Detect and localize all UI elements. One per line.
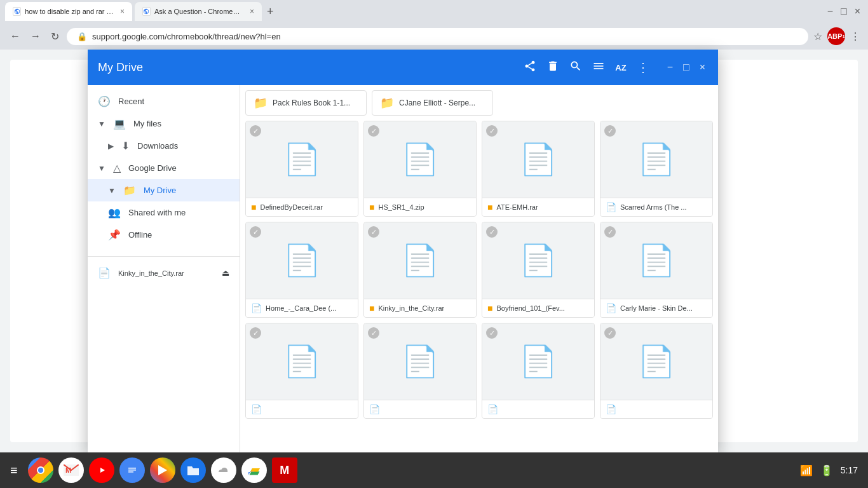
file-11-check: ✓ xyxy=(486,327,498,339)
file-9-icon: 📄 xyxy=(283,344,321,379)
more-options-button[interactable]: ⋮ xyxy=(634,57,652,78)
files-app[interactable] xyxy=(180,458,206,483)
search-button[interactable] xyxy=(567,57,585,78)
dialog-title: My Drive xyxy=(98,61,143,74)
file-11-icon: 📄 xyxy=(519,344,557,379)
back-button[interactable]: ← xyxy=(8,28,23,44)
dialog-maximize-button[interactable]: □ xyxy=(681,59,692,76)
expand-mydrive-icon: ▼ xyxy=(108,186,116,195)
window-maximize-button[interactable]: □ xyxy=(838,3,850,20)
drive-dialog: My Drive AZ xyxy=(88,50,718,452)
file-card-10[interactable]: ✓ 📄 📄 xyxy=(363,323,477,419)
file-card-4[interactable]: ✓ 📄 📄 Scarred Arms (The ... xyxy=(600,121,713,217)
sidebar-item-downloads[interactable]: ▶ ⬇ Downloads xyxy=(88,135,240,157)
sidebar-item-downloads-label: Downloads xyxy=(137,141,178,151)
browser-chrome: how to disable zip and rar from × Ask a … xyxy=(0,0,868,50)
eject-icon[interactable]: ⏏ xyxy=(222,268,229,278)
file-card-12[interactable]: ✓ 📄 📄 xyxy=(600,323,713,419)
tab-2-title: Ask a Question - Chromebook H xyxy=(154,8,243,15)
sidebar-item-kinky[interactable]: 📄 Kinky_in_the_City.rar ⏏ xyxy=(88,262,240,284)
file-11-thumbnail: ✓ 📄 xyxy=(482,323,594,400)
sidebar-item-mydrive[interactable]: ▼ 📁 My Drive xyxy=(88,179,240,201)
file-2-icon: 📄 xyxy=(401,142,439,177)
file-3-check: ✓ xyxy=(486,125,498,137)
gmail-app[interactable]: M xyxy=(58,458,84,483)
kinky-file-icon: 📄 xyxy=(98,267,111,279)
share-button[interactable] xyxy=(521,57,539,78)
file-card-1[interactable]: ✓ 📄 ■ DefinedByDeceit.rar xyxy=(245,121,358,217)
sidebar-item-offline[interactable]: 📌 Offline xyxy=(88,224,240,246)
dialog-action-buttons: AZ ⋮ − □ × xyxy=(521,57,708,78)
file-card-5[interactable]: ✓ 📄 📄 Home_-_Cara_Dee (... xyxy=(245,222,358,318)
tab-2-close[interactable]: × xyxy=(250,7,254,16)
sidebar-item-myfiles[interactable]: ▼ 💻 My files xyxy=(88,112,240,135)
play-app[interactable] xyxy=(150,458,175,483)
window-close-button[interactable]: × xyxy=(852,3,863,20)
file-12-thumbnail: ✓ 📄 xyxy=(600,323,712,400)
file-card-7[interactable]: ✓ 📄 ■ Boyfriend_101_(Fev... xyxy=(482,222,595,318)
sidebar-item-googledrive-label: Google Drive xyxy=(128,163,177,173)
sidebar-item-recent[interactable]: 🕐 Recent xyxy=(88,90,240,112)
list-view-button[interactable] xyxy=(590,57,607,78)
file-7-type-icon: ■ xyxy=(487,303,492,313)
dialog-close-button[interactable]: × xyxy=(697,59,708,76)
menu-button[interactable]: ⋮ xyxy=(850,30,860,43)
m-app[interactable]: M xyxy=(272,458,297,483)
window-minimize-button[interactable]: − xyxy=(825,3,836,20)
taskbar-right: 📶 🔋 5:17 xyxy=(800,464,858,477)
folder-item-2[interactable]: 📁 CJane Elliott - Serpe... xyxy=(372,90,493,116)
folder-item-1[interactable]: 📁 Pack Rules Book 1-1... xyxy=(245,90,367,116)
file-11-info: 📄 xyxy=(482,400,594,418)
tab-2-favicon xyxy=(142,7,151,16)
file-12-type-icon: 📄 xyxy=(606,404,616,414)
file-card-2[interactable]: ✓ 📄 ■ HS_SR1_4.zip xyxy=(363,121,477,217)
tab-1-close[interactable]: × xyxy=(120,7,125,16)
file-9-info: 📄 xyxy=(246,400,358,418)
youtube-app[interactable] xyxy=(89,458,114,483)
file-card-9[interactable]: ✓ 📄 📄 xyxy=(245,323,358,419)
file-7-check: ✓ xyxy=(486,226,498,238)
file-7-info: ■ Boyfriend_101_(Fev... xyxy=(482,299,594,317)
sidebar-item-mydrive-label: My Drive xyxy=(144,186,176,195)
file-6-icon: 📄 xyxy=(401,243,439,278)
file-area: 📁 Pack Rules Book 1-1... 📁 CJane Elliott… xyxy=(240,85,718,452)
file-8-type-icon: 📄 xyxy=(606,303,616,313)
file-2-check: ✓ xyxy=(368,125,379,137)
taskbar: ≡ M M xyxy=(0,452,868,488)
forward-button[interactable]: → xyxy=(28,28,43,44)
file-card-6[interactable]: ✓ 📄 ■ Kinky_in_the_City.rar xyxy=(363,222,477,318)
battery-icon: 🔋 xyxy=(820,464,833,477)
svg-point-1 xyxy=(38,468,43,473)
expand-downloads-icon: ▶ xyxy=(108,142,114,151)
new-tab-button[interactable]: + xyxy=(264,3,276,21)
address-bar: ← → ↻ 🔒 support.google.com/chromebook/th… xyxy=(0,23,868,50)
file-9-check: ✓ xyxy=(250,327,261,339)
tab-2[interactable]: Ask a Question - Chromebook H × xyxy=(135,2,262,21)
sidebar-item-sharedwithme[interactable]: 👥 Shared with me xyxy=(88,201,240,224)
file-6-thumbnail: ✓ 📄 xyxy=(364,222,476,299)
launcher-button[interactable]: ≡ xyxy=(10,463,18,478)
bookmark-button[interactable]: ☆ xyxy=(813,30,822,43)
gdrive-icon: △ xyxy=(113,162,121,174)
cloud-app[interactable] xyxy=(211,458,236,483)
svg-rect-6 xyxy=(128,468,136,469)
docs-app[interactable] xyxy=(119,458,145,483)
delete-button[interactable] xyxy=(544,57,562,78)
file-7-name: Boyfriend_101_(Fev... xyxy=(496,304,589,312)
file-card-11[interactable]: ✓ 📄 📄 xyxy=(482,323,595,419)
file-card-3[interactable]: ✓ 📄 ■ ATE-EMH.rar xyxy=(482,121,595,217)
file-4-check: ✓ xyxy=(604,125,616,137)
address-input-container[interactable]: 🔒 support.google.com/chromebook/thread/n… xyxy=(67,28,808,45)
sort-button[interactable]: AZ xyxy=(613,60,628,75)
dialog-minimize-button[interactable]: − xyxy=(665,59,675,76)
sidebar-item-googledrive[interactable]: ▼ △ Google Drive xyxy=(88,157,240,179)
chrome-app[interactable] xyxy=(28,458,53,483)
file-6-name: Kinky_in_the_City.rar xyxy=(378,304,471,312)
file-card-8[interactable]: ✓ 📄 📄 Carly Marie - Skin De... xyxy=(600,222,713,318)
gdrive-app[interactable] xyxy=(241,458,267,483)
extension-icon[interactable]: ABP1 xyxy=(827,27,845,45)
dialog-body: 🕐 Recent ▼ 💻 My files ▶ ⬇ Downloads ▼ △ … xyxy=(88,85,718,452)
file-12-check: ✓ xyxy=(604,327,616,339)
reload-button[interactable]: ↻ xyxy=(48,28,62,45)
tab-1[interactable]: how to disable zip and rar from × xyxy=(5,2,132,21)
